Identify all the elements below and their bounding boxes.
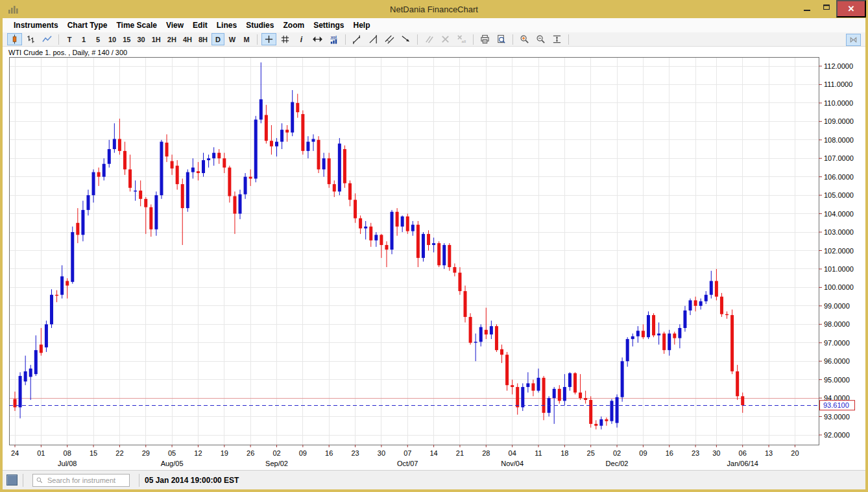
volume-button[interactable]: vol [326,33,341,45]
candle-body [144,199,147,207]
toolbar-separator [417,34,418,45]
timeframe-8h-button[interactable]: 8H [196,33,210,45]
menu-zoom[interactable]: Zoom [278,19,309,31]
instrument-list-button[interactable] [6,474,18,486]
menu-edit[interactable]: Edit [188,19,212,31]
candle-body [249,177,252,179]
menu-help[interactable]: Help [348,19,374,31]
candle-body [113,139,116,150]
zoom-in-button[interactable] [517,33,532,45]
price-axis[interactable]: 92.000093.000094.000095.000096.000097.00… [819,62,855,439]
price-tick-label: 96.0000 [824,358,850,366]
timeframe-4h-button[interactable]: 4H [180,33,195,45]
candle-body [464,291,467,317]
close-icon: ✕ [848,4,855,14]
vertical-trendline-button[interactable] [366,33,381,45]
candle-body [683,310,686,328]
candle-body [123,151,127,169]
candlestick-chart-button[interactable] [7,33,22,45]
candle-body [422,234,425,258]
candle-body [29,369,32,377]
menu-chart-type[interactable]: Chart Type [63,19,112,31]
timeframe-1h-button[interactable]: 1H [149,33,163,45]
candle-body [154,196,158,230]
candle-body [537,378,540,391]
zoom-out-button[interactable] [533,33,548,45]
collapse-panel-button[interactable] [846,34,861,46]
candle-body [621,362,624,397]
candle-body [76,223,79,235]
candle-body [647,315,650,337]
date-tick-label: 20 [791,449,799,457]
timeframe-monthly-button[interactable]: M [240,33,253,45]
candle-body [694,301,697,307]
menu-lines[interactable]: Lines [212,19,241,31]
candle-body [416,225,420,258]
parallel-channel-button[interactable] [382,33,397,45]
search-input[interactable] [32,474,130,487]
timeframe-daily-button[interactable]: D [211,33,224,45]
date-axis[interactable]: 2401081522290512192602091623300714212804… [11,445,799,467]
last-update-timestamp: 05 Jan 2014 19:00:00 EST [145,476,239,485]
timeframe-2h-button[interactable]: 2H [165,33,179,45]
grid-button[interactable] [278,33,293,45]
timeframe-10m-button[interactable]: 10 [106,33,119,45]
print-button[interactable] [477,33,492,45]
price-tick-label: 98.0000 [824,321,850,329]
menu-time-scale[interactable]: Time Scale [112,19,161,31]
candle-body [505,355,509,386]
print-preview-button[interactable] [494,33,509,45]
price-chart[interactable]: 92.000093.000094.000095.000096.000097.00… [3,57,865,470]
candle-body [197,172,200,174]
month-label: Nov/04 [501,460,524,467]
timeframe-tick-button[interactable]: T [63,33,76,45]
candle-body [212,153,215,159]
horizontal-scale-button[interactable] [310,33,325,45]
menu-view[interactable]: View [162,19,188,31]
candle-body [181,184,184,208]
candle-body [108,149,111,164]
date-tick-label: 04 [509,449,516,457]
candle-body [699,301,703,306]
candle-body [207,159,210,161]
bar-chart-button[interactable] [23,33,38,45]
candle-body [427,234,430,245]
candle-body [584,399,587,401]
candle-body [490,327,493,335]
candle-body [81,210,84,235]
maximize-button[interactable] [817,0,836,16]
date-tick-label: 30 [378,449,385,457]
fit-vertical-button[interactable] [549,33,564,45]
statusbar-separator [23,474,23,487]
timeframe-30m-button[interactable]: 30 [135,33,148,45]
window-controls: ✕ [797,0,866,18]
timeframe-1m-button[interactable]: 1 [77,33,90,45]
candle-body [202,161,205,174]
candle-body [673,334,676,338]
candle-body [139,191,142,199]
timeframe-weekly-button[interactable]: W [226,33,239,45]
candle-body [626,339,629,361]
date-tick-label: 13 [765,449,773,457]
trendline-button[interactable] [350,33,365,45]
candle-body [521,387,524,407]
line-chart-button[interactable] [40,33,54,45]
menu-settings[interactable]: Settings [309,19,348,31]
close-button[interactable]: ✕ [836,0,866,18]
candle-body [259,100,263,120]
crosshair-button[interactable] [261,33,276,45]
chart-panel: WTI Crude 1. pos. , Daily, # 140 / 300 9… [3,47,865,470]
minimize-button[interactable] [797,0,817,16]
candle-body [228,168,231,196]
menu-instruments[interactable]: Instruments [9,19,63,31]
candle-body [616,397,619,423]
menu-studies[interactable]: Studies [241,19,278,31]
arrow-line-button[interactable] [398,33,413,45]
search-box [32,474,130,487]
window-title: NetDania FinanceChart [0,5,868,14]
candle-body [657,334,660,336]
info-button[interactable]: i [294,33,309,45]
timeframe-15m-button[interactable]: 15 [120,33,133,45]
timeframe-5m-button[interactable]: 5 [91,33,104,45]
price-tick-label: 105.0000 [824,192,854,200]
